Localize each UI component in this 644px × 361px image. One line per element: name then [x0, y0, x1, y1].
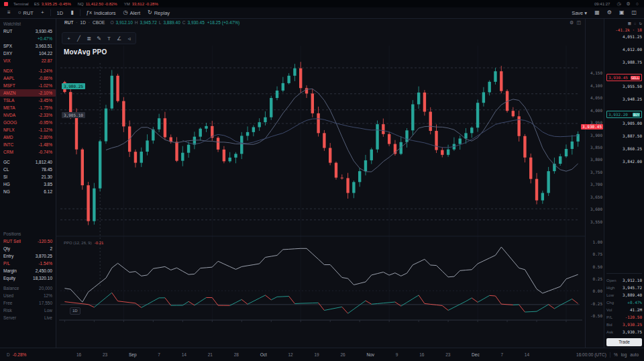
trendline-icon[interactable]: ╱ — [74, 34, 83, 42]
price-row[interactable]: 4,012.00 — [606, 47, 642, 60]
gear-icon[interactable]: ⚙ — [625, 1, 631, 7]
watchlist-row[interactable]: CL78.45 — [0, 166, 56, 173]
text-icon[interactable]: T — [105, 34, 113, 42]
interval-chip[interactable]: 1D — [70, 307, 80, 315]
watchlist-row[interactable]: NVDA-2.33% — [0, 111, 56, 119]
clock-icon[interactable]: ◷ — [615, 1, 622, 7]
watchlist-row[interactable]: AMZN-2.10% — [0, 89, 56, 97]
symbol-interval[interactable]: 1D — [80, 20, 86, 25]
watchlist-value: -1.54% — [38, 261, 52, 266]
watchlist-row[interactable]: Used12% — [0, 292, 56, 299]
watchlist-row[interactable]: TSLA-3.45% — [0, 97, 56, 104]
watchlist-row[interactable]: DXY104.22 — [0, 50, 56, 57]
watchlist-row[interactable]: AAPL-0.86% — [0, 74, 56, 82]
trade-button[interactable]: Trade — [606, 338, 642, 346]
replay-button[interactable]: ↻Replay — [144, 9, 173, 17]
top-quote[interactable]: ES3,935.25 -0.45% — [34, 2, 71, 6]
refresh-icon[interactable]: ↻ — [639, 21, 642, 26]
add-symbol-button[interactable]: + — [38, 9, 48, 17]
save-button[interactable]: Save ▾ — [568, 9, 590, 17]
layout-icon[interactable]: ▦ — [591, 9, 603, 17]
watchlist-row[interactable]: GOOG-0.95% — [0, 119, 56, 126]
symbol-search-button[interactable]: ○RUT — [15, 9, 37, 17]
axis-toggle-%[interactable]: % — [614, 352, 618, 357]
pane-maximize-icon[interactable]: ◫ — [576, 20, 581, 25]
top-quote[interactable]: NQ11,412.50 -0.82% — [78, 2, 117, 6]
price-axis[interactable]: 4,1504,1004,0504,0003,9503,9003,8503,800… — [585, 19, 604, 348]
watchlist-row[interactable]: CRM-0.74% — [0, 148, 56, 156]
pane-settings-icon[interactable]: ⚙ — [570, 20, 574, 25]
measure-icon[interactable]: ∠ — [115, 34, 123, 42]
price-row[interactable]: 3,887.50 — [606, 134, 642, 146]
buy-order-box[interactable]: 3,932.20BUY — [606, 111, 642, 118]
stat-value: 3,945.72 — [623, 285, 642, 290]
ohlc-value: 3,945.72 — [140, 20, 157, 25]
symbol-name[interactable]: RUT — [64, 20, 73, 25]
stat-key: Open — [606, 278, 616, 282]
grid-icon[interactable]: ▦ — [628, 21, 631, 26]
price-row[interactable]: 3,905.00 — [606, 121, 642, 134]
watchlist-row[interactable]: NFLX-1.12% — [0, 126, 56, 134]
watchlist-row[interactable]: RUT Sell-120.50 — [0, 238, 56, 245]
candlestick-chart[interactable] — [56, 19, 585, 348]
price-row[interactable]: 3,955.50 — [606, 84, 642, 97]
watchlist-row[interactable]: ServerLive — [0, 314, 56, 321]
menu-icon[interactable]: ≡ — [4, 9, 14, 17]
watchlist-row[interactable]: META-1.75% — [0, 104, 56, 111]
indicators-button[interactable]: ƒxIndicators — [83, 9, 119, 17]
price-row[interactable]: 4,051.25 — [606, 34, 642, 47]
watchlist-row[interactable]: NDX-1.24% — [0, 67, 56, 74]
sell-order-box[interactable]: 3,930.45SELL — [606, 74, 642, 81]
collapse-icon[interactable]: ◃ — [125, 34, 133, 42]
watchlist-row[interactable]: Balance20,000 — [0, 285, 56, 292]
watchlist-row[interactable]: MSFT-1.02% — [0, 82, 56, 89]
price-tag[interactable]: 3,905.10 — [62, 112, 85, 118]
price-row[interactable]: 3,988.75 — [606, 60, 642, 72]
price-tag[interactable]: 3,980.25 — [62, 83, 85, 89]
interval-button[interactable]: 1D — [54, 9, 67, 17]
watchlist-row[interactable]: RiskLow — [0, 307, 56, 314]
top-quote[interactable]: YM33,612 -0.28% — [124, 2, 158, 6]
watchlist-row[interactable]: GC1,812.40 — [0, 158, 56, 166]
alert-button[interactable]: ◷Alert — [120, 9, 144, 17]
watchlist-value: 104.22 — [39, 51, 52, 56]
chart-area[interactable]: RUT · 1D · CBOE O3,912.10H3,945.72L3,889… — [56, 19, 604, 348]
symbol-exchange: CBOE — [93, 20, 105, 25]
watchlist-row[interactable]: Equity18,320.10 — [0, 274, 56, 282]
watchlist-row[interactable]: +0.47% — [0, 35, 56, 42]
watchlist-symbol: RUT — [3, 29, 12, 34]
chart-type-button[interactable]: ▮ — [67, 9, 76, 17]
watchlist-row[interactable]: RUT3,930.45 — [0, 28, 56, 35]
watchlist-row[interactable]: Positions — [0, 230, 56, 238]
axis-toggle-log[interactable]: log — [621, 352, 627, 357]
watchlist-row[interactable]: Watchlist — [0, 20, 56, 28]
settings-icon[interactable]: ⚙ — [604, 9, 615, 17]
star-icon[interactable]: ☆ — [634, 21, 637, 26]
panel-toggle-icon[interactable]: ◫ — [628, 9, 640, 17]
watchlist-row[interactable]: HG3.85 — [0, 180, 56, 188]
fib-icon[interactable]: ≣ — [85, 34, 93, 42]
brush-icon[interactable]: ✎ — [95, 34, 103, 42]
watchlist-row[interactable]: SI21.30 — [0, 173, 56, 180]
watchlist-row[interactable]: P/L-1.54% — [0, 260, 56, 267]
watchlist-row[interactable]: VIX22.87 — [0, 57, 56, 64]
watchlist-row[interactable]: SPX3,963.51 — [0, 42, 56, 50]
price-row[interactable]: 3,860.25 — [606, 146, 642, 159]
watchlist-row[interactable]: AMD-2.80% — [0, 134, 56, 141]
time-axis[interactable]: 1623Sep7142128Oct121926Nov91623Dec714 — [76, 352, 529, 357]
price-row[interactable]: 3,842.00 — [606, 159, 642, 172]
watchlist-row[interactable]: Entry3,870.25 — [0, 252, 56, 260]
snapshot-icon[interactable]: ▣ — [616, 9, 628, 17]
top-strip: Terminal ES3,935.25 -0.45%NQ11,412.50 -0… — [0, 0, 644, 7]
watchlist-row[interactable]: NG6.12 — [0, 188, 56, 195]
pane-header-buttons: ⚙◫ — [570, 20, 581, 25]
watchlist-row[interactable]: Qty2 — [0, 245, 56, 252]
watchlist-row[interactable]: INTC-1.48% — [0, 141, 56, 148]
watchlist-row[interactable]: Free17,550 — [0, 299, 56, 307]
price-row[interactable]: 3,948.25 — [606, 97, 642, 109]
watchlist-row[interactable]: Margin2,450.00 — [0, 267, 56, 274]
axis-toggle-auto[interactable]: auto — [630, 352, 639, 357]
symbol-row[interactable]: RUT · 1D · CBOE O3,912.10H3,945.72L3,889… — [64, 20, 239, 25]
crosshair-icon[interactable]: + — [64, 34, 73, 42]
user-icon[interactable]: ○ — [635, 1, 640, 7]
